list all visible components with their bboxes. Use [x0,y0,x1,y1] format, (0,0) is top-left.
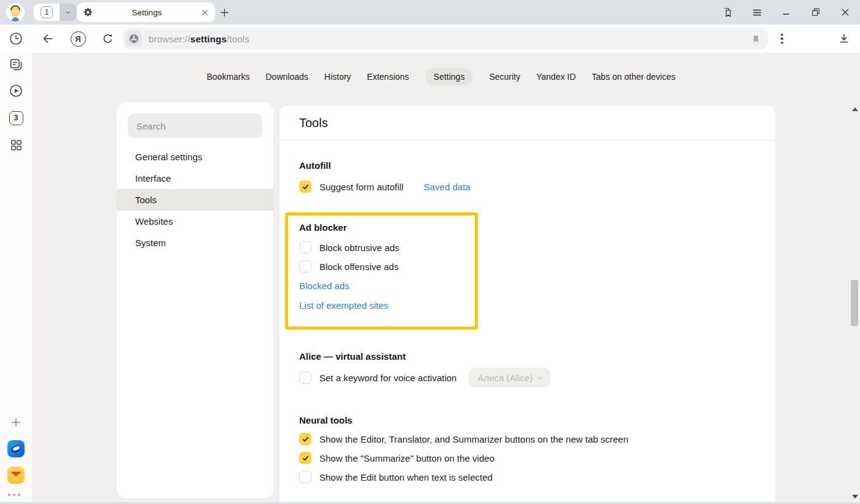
block-offensive-checkbox[interactable] [299,260,311,273]
tab-close-button[interactable] [201,9,209,17]
browser-app-icon [7,440,25,457]
section-neural-tools: Neural tools Show the Editor, Translator… [299,415,775,483]
blocked-ads-link[interactable]: Blocked ads [299,281,475,291]
nav-tab-history[interactable]: History [324,68,351,85]
minimize-button[interactable] [772,0,801,25]
nav-tab-yandex-id[interactable]: Yandex ID [536,68,576,85]
neural-row-editor: Show the Editor, Translator, and Summari… [299,433,775,445]
sidebar-item-tools[interactable]: Tools [117,189,273,211]
scroll-up-arrow[interactable] [852,107,858,111]
pages-icon [9,57,23,72]
feed-rail-button[interactable] [7,56,25,73]
tab-group-chevron-button[interactable] [60,4,77,21]
window-controls [713,0,860,25]
alice-avatar-icon [6,3,25,21]
panels-icon [722,7,733,18]
scroll-down-arrow[interactable] [852,495,858,498]
tabs-rail-button[interactable]: 3 [7,109,25,126]
settings-sidebar: General settings Interface Tools Website… [117,103,273,498]
show-editor-buttons-checkbox[interactable] [299,433,311,445]
browser-app-button[interactable] [7,440,25,457]
plus-icon [10,416,22,428]
block-obtrusive-label: Block obtrusive ads [319,242,399,253]
shield-icon [128,33,139,44]
sidebar-item-general[interactable]: General settings [117,146,273,168]
show-summarize-checkbox[interactable] [299,452,311,464]
mail-app-icon [7,467,25,484]
restore-button[interactable] [801,0,831,25]
neural-row-edit-button: Show the Edit button when text is select… [299,471,775,483]
address-bar[interactable]: browser://settings/tools [123,28,768,49]
neural-row-summarize: Show the "Summarize" button on the video [299,452,775,464]
minimize-icon [781,7,792,18]
url-scheme: browser:// [149,34,190,44]
block-obtrusive-checkbox[interactable] [299,241,311,254]
browser-menu-button[interactable] [742,0,772,25]
downloads-button[interactable] [835,30,853,47]
toolbar-more-button[interactable] [778,31,786,46]
bookmark-page-button[interactable] [751,34,760,44]
yandex-icon: Я [71,31,86,47]
mail-app-button[interactable] [7,467,25,484]
browser-tab-settings[interactable]: Settings [77,2,215,22]
search-input[interactable] [128,114,262,138]
settings-content-panel: Tools Autofill Suggest form autofill Sav… [280,106,775,502]
bookmark-icon [751,34,760,44]
saved-data-link[interactable]: Saved data [424,182,471,192]
show-edit-button-checkbox[interactable] [299,471,311,483]
new-tab-button[interactable] [216,4,232,20]
yandex-home-button[interactable]: Я [69,30,87,47]
ad-blocker-heading: Ad blocker [299,222,475,233]
tab-group-count[interactable]: 1 [34,4,60,21]
history-rail-button[interactable] [7,30,25,47]
checkmark-icon [302,435,310,443]
video-rail-button[interactable] [7,82,25,99]
reload-button[interactable] [99,30,116,47]
sidebar-item-system[interactable]: System [117,232,273,254]
sidebar-item-interface[interactable]: Interface [117,168,273,189]
menu-icon [751,7,763,18]
alice-keyword-value: Алиса (Alice) [477,373,533,383]
grid-icon [9,138,23,152]
back-button[interactable] [39,30,57,47]
suggest-autofill-label: Suggest form autofill [319,182,404,192]
window-titlebar: 1 Settings [0,0,860,25]
add-shortcut-button[interactable] [7,414,25,431]
nav-tab-other-devices[interactable]: Tabs on other devices [592,68,675,85]
sidebar-item-websites[interactable]: Websites [117,211,273,232]
section-alice: Alice — virtual assistant Set a keyword … [299,351,775,387]
alice-keyword-checkbox[interactable] [299,371,311,384]
exempted-sites-link[interactable]: List of exempted sites [299,300,475,311]
url-path: /tools [227,34,249,44]
alice-heading: Alice — virtual assistant [299,351,775,362]
nav-tab-security[interactable]: Security [489,68,520,85]
nav-tab-downloads[interactable]: Downloads [266,68,308,85]
chevron-down-icon [536,374,544,382]
close-window-button[interactable] [831,0,860,25]
scrollbar-thumb[interactable] [851,280,858,326]
tab-group-control[interactable]: 1 [34,4,77,21]
page-title: Tools [299,116,775,130]
block-offensive-label: Block offensive ads [319,262,399,272]
alice-keyword-dropdown[interactable]: Алиса (Alice) [469,368,550,387]
nav-tab-bookmarks[interactable]: Bookmarks [206,68,249,85]
side-panels-button[interactable] [713,0,742,25]
title-divider [280,140,775,141]
url-host: settings [190,34,227,44]
reload-icon [101,33,114,45]
rail-more-button[interactable] [8,494,20,496]
chevron-down-icon [64,8,72,17]
suggest-autofill-checkbox[interactable] [299,180,311,193]
settings-sections-list: General settings Interface Tools Website… [117,146,273,254]
apps-rail-button[interactable] [7,136,25,153]
protect-badge[interactable] [126,31,142,47]
restore-icon [810,7,821,18]
nav-tab-extensions[interactable]: Extensions [367,68,408,85]
plus-icon [219,7,230,18]
gear-icon [83,7,93,17]
nav-tab-settings[interactable]: Settings [425,68,474,85]
settings-page: Bookmarks Downloads History Extensions S… [32,53,860,502]
autofill-row: Suggest form autofill Saved data [299,180,775,193]
profile-avatar[interactable] [6,3,25,21]
url-text: browser://settings/tools [149,34,249,44]
